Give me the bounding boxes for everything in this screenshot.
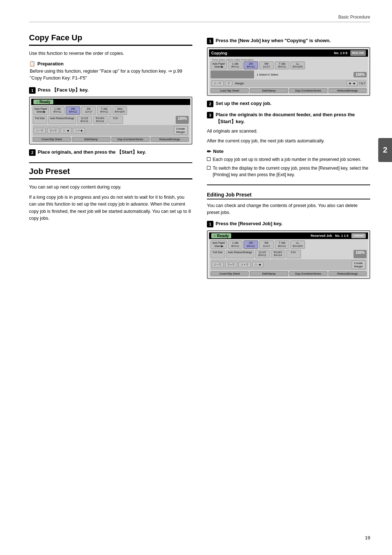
progress-bar (211, 70, 254, 78)
right-step2-text: Set up the next copy job. (216, 100, 271, 107)
btn-4: T 1tbl8½×11 (97, 106, 111, 115)
screen1-body: Auto PaperSelect▶ 1 1tbl8½×11 2W8½×11 3W… (31, 105, 190, 143)
preparation-title: 📋 Preparation (29, 61, 192, 66)
checkbox-icon-2 (207, 166, 211, 170)
step3-sub2: After the current copy job, the next job… (207, 138, 370, 145)
auto-paper-btn: Auto PaperSelect▶ (33, 106, 49, 115)
editing-body: You can check and change the contents of… (207, 202, 370, 216)
scale: 9 3× (109, 116, 123, 124)
screen1-bottom: Cover/Slip Sheet Edit/Stamp Dup./Combine… (33, 137, 189, 142)
page-number: 19 (365, 535, 370, 540)
copying-no: No. 1 0 8 (334, 51, 347, 55)
bottom-btn3: Dup./Combine/Series (111, 137, 150, 142)
note-text-2: To switch the display to the current cop… (213, 165, 370, 178)
screen1-icons: □→▽ ▽ • ▽ □ · ■ □ + ■ CreateMargin (33, 125, 189, 136)
margin-label: Margin (235, 82, 244, 85)
r2-btn5: LL8½×10½ (290, 240, 305, 249)
ready2-body: Auto PaperSelect▶ 1 1tbl8½×11 2W8½×11 5W… (209, 239, 368, 277)
screen1-row1: Auto PaperSelect▶ 1 1tbl8½×11 2W8½×11 3W… (33, 106, 189, 115)
btn-new: New8½×10½ (113, 106, 127, 115)
screen1-header: ○ Ready (31, 99, 190, 105)
btn-2: 2W8½×11 (66, 106, 80, 115)
cancel-btn: Cancel (351, 233, 366, 238)
icon3: □ · ■ (61, 128, 72, 133)
copying-bottom: Load Slip Sheet Edit/Stamp Dup./Combine/… (211, 88, 367, 93)
pencil-icon: ✏ (207, 149, 211, 154)
ready2-row2: Full Size Auto Reduce/Enlarge 11×158½×11… (211, 250, 367, 258)
copying-icons: □→▽ ▽ Margin ■ · ■ 7 to T (211, 80, 367, 87)
copying-body: Press [New Job] to make reservation. Aut… (209, 57, 368, 94)
r2-percent: 100% (354, 250, 367, 258)
bottom-btn2: Edit/Stamp (72, 137, 110, 142)
step3-sub1: All originals are scanned. (207, 128, 370, 135)
preparation-box: 📋 Preparation Before using this function… (29, 61, 192, 82)
r2-scale: 9 3× (286, 250, 301, 258)
ready2-icons: □→▽ ▽ • ▽ □ + ▽ □ - ■ CreateMargin (211, 259, 367, 270)
ready2-bottom: Cover/Slip Sheet Edit/Stamp Dup./Combine… (211, 271, 367, 276)
note-title: ✏ Note (207, 149, 370, 154)
r2-btn1: 1 1tbl8½×11 (228, 240, 242, 249)
screen-status: ○ Ready (33, 100, 53, 104)
header-label: Basic Procedure (338, 15, 370, 20)
r2-bottom4: Reduce&Enlarge (328, 271, 367, 276)
r2-icon2: ▽ • ▽ (225, 262, 237, 267)
full-size-btn: Full Size (33, 116, 47, 124)
step1: 1 Press 【Face Up】key. (29, 87, 192, 94)
r2-bottom1: Cover/Slip Sheet (211, 271, 249, 276)
icon2: ▽ • ▽ (47, 128, 59, 133)
right-step1: 1 Press the [New Job] key when "Copying"… (207, 37, 370, 44)
note-icon: 📋 (29, 61, 35, 66)
section-rule (29, 162, 192, 163)
ttot-label: 7 to T (359, 82, 366, 85)
r2-btn4: T 1tbl8½×11 (275, 240, 289, 249)
create-margin-btn: CreateMargin (174, 126, 188, 135)
bottom-btn1: Cover/Slip Sheet (33, 137, 71, 142)
two-col-layout: Copy Face Up Use this function to revers… (29, 33, 370, 283)
edit-step1: 1 Press the [Reserved Job] key. (207, 220, 370, 227)
c-btn4: T 1tbl8½×11 (275, 61, 289, 70)
page: Basic Procedure 2 Copy Face Up Use this … (0, 0, 392, 555)
c-bottom2: Edit/Stamp (250, 88, 288, 93)
c-auto-paper: Auto PaperSelect▶ (211, 61, 227, 70)
r2-size2: 5½×8½8½×14 (271, 250, 285, 258)
step2: 2 Place originals, and then press the 【S… (29, 149, 192, 156)
btn-1: 1 1tbl8½×11 (50, 106, 65, 115)
job-preset-body2: If a long copy job is in progress and yo… (29, 194, 192, 222)
chapter-mark: 2 (378, 138, 392, 162)
r2-full: Full Size (211, 250, 225, 258)
note-item-2: To switch the display to the current cop… (207, 165, 370, 178)
r2-icon4: □ - ■ (252, 262, 264, 267)
right-step3-text: Place the originals in the document feed… (216, 112, 370, 125)
c-percent: 100% (354, 72, 367, 77)
edit-step1-text: Press the [Reserved Job] key. (216, 220, 282, 227)
r2-bottom3: Dup./Combine/Series (289, 271, 327, 276)
r2-bottom2: Edit/Stamp (250, 271, 288, 276)
ready2-no: No. 1 1 5 (335, 234, 348, 238)
left-column: Copy Face Up Use this function to revers… (29, 33, 192, 283)
copying-row2: 1 Sided+2 Sided 100% (211, 70, 367, 78)
percent: 100% (176, 116, 189, 124)
copy-face-up-title: Copy Face Up (29, 33, 192, 46)
c-btn3: 5W11×17 (259, 61, 274, 70)
copying-header: Copying No. 1 0 8 New Job (209, 49, 368, 57)
job-preset-body1: You can set up next copy content during … (29, 184, 192, 191)
size2: 5½×8½8½×14 (93, 116, 107, 124)
step1-text: Press 【Face Up】key. (38, 87, 89, 93)
sided-label: 1 Sided+2 Sided (257, 73, 278, 76)
size1: 11×158½×11 (77, 116, 92, 124)
copying-row1: Auto PaperSelect▶ 1 1tbl8½×11 2W8½×11 5W… (211, 61, 367, 70)
btn-3: 3W11×17 (81, 106, 96, 115)
auto-reduce-btn: Auto Reduce/Enlarge (48, 116, 76, 124)
editing-title: Editing Job Preset (207, 192, 370, 199)
bottom-btn4: Reduce&Enlarge (151, 137, 189, 142)
right-column: 1 Press the [New Job] key when "Copying"… (207, 33, 370, 283)
icon4: □ + ■ (73, 128, 85, 133)
job-preset-title: Job Preset (29, 167, 192, 179)
right-step2: 2 Set up the next copy job. (207, 100, 370, 107)
ready2-header: ○ Ready Reserved Job No. 1 1 5 Cancel (209, 232, 368, 239)
copying-header-right: No. 1 0 8 New Job (334, 50, 366, 56)
header-bar: Basic Procedure (29, 15, 370, 22)
copying-subtext: Press [New Job] to make reservation. (211, 58, 367, 61)
note-text-1: Each copy job set up is stored with a jo… (213, 156, 362, 163)
c-icon1: □→▽ (212, 81, 224, 86)
